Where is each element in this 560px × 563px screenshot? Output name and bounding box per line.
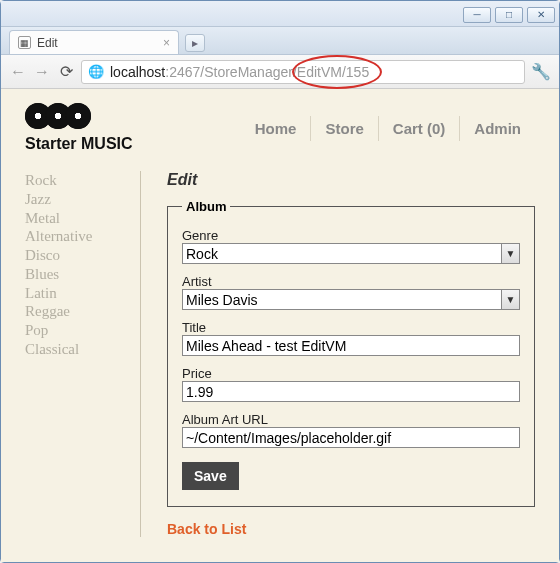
- vinyl-disc-icon: [65, 103, 91, 129]
- chevron-down-icon[interactable]: ▼: [501, 244, 519, 263]
- nav-cart[interactable]: Cart (0): [378, 116, 460, 141]
- artist-select[interactable]: Miles Davis ▼: [182, 289, 520, 310]
- window-titlebar: ─ □ ✕: [1, 1, 559, 27]
- sidebar-genre[interactable]: Latin: [25, 284, 134, 303]
- page-body: Starter MUSIC Home Store Cart (0) Admin …: [1, 89, 559, 562]
- tab-close-icon[interactable]: ×: [163, 36, 170, 50]
- genre-label: Genre: [182, 228, 520, 243]
- back-to-list-link[interactable]: Back to List: [167, 521, 246, 537]
- back-icon[interactable]: ←: [9, 63, 27, 81]
- top-nav: Home Store Cart (0) Admin: [241, 116, 535, 141]
- browser-tabstrip: ▦ Edit × ▸: [1, 27, 559, 55]
- sidebar-genre[interactable]: Alternative: [25, 227, 134, 246]
- settings-wrench-icon[interactable]: 🔧: [531, 62, 551, 81]
- sidebar-genre[interactable]: Metal: [25, 209, 134, 228]
- url-path: :2467/StoreManager/EditVM/155: [165, 64, 369, 80]
- page-title: Edit: [167, 171, 535, 189]
- album-fieldset: Album Genre Rock ▼ Artist Miles Davis ▼: [167, 199, 535, 507]
- price-input[interactable]: [182, 381, 520, 402]
- site-logo: [25, 103, 133, 129]
- nav-admin[interactable]: Admin: [459, 116, 535, 141]
- price-label: Price: [182, 366, 520, 381]
- sidebar-genre[interactable]: Rock: [25, 171, 134, 190]
- nav-home[interactable]: Home: [241, 116, 311, 141]
- url-host: localhost: [110, 64, 165, 80]
- tab-title: Edit: [37, 36, 58, 50]
- genre-sidebar: Rock Jazz Metal Alternative Disco Blues …: [25, 171, 141, 537]
- page-favicon-icon: ▦: [18, 36, 31, 49]
- chevron-down-icon[interactable]: ▼: [501, 290, 519, 309]
- art-url-input[interactable]: [182, 427, 520, 448]
- fieldset-legend: Album: [182, 199, 230, 214]
- title-label: Title: [182, 320, 520, 335]
- artist-select-value: Miles Davis: [186, 292, 258, 308]
- sidebar-genre[interactable]: Pop: [25, 321, 134, 340]
- new-tab-button[interactable]: ▸: [185, 34, 205, 52]
- genre-select-value: Rock: [186, 246, 218, 262]
- window-minimize-button[interactable]: ─: [463, 7, 491, 23]
- sidebar-genre[interactable]: Blues: [25, 265, 134, 284]
- title-input[interactable]: [182, 335, 520, 356]
- nav-store[interactable]: Store: [310, 116, 377, 141]
- sidebar-genre[interactable]: Disco: [25, 246, 134, 265]
- save-button[interactable]: Save: [182, 462, 239, 490]
- window-close-button[interactable]: ✕: [527, 7, 555, 23]
- sidebar-genre[interactable]: Classical: [25, 340, 134, 359]
- art-url-label: Album Art URL: [182, 412, 520, 427]
- browser-window: ─ □ ✕ ▦ Edit × ▸ ← → ⟳ 🌐 localhost:2467/…: [0, 0, 560, 563]
- forward-icon[interactable]: →: [33, 63, 51, 81]
- reload-icon[interactable]: ⟳: [57, 62, 75, 81]
- sidebar-genre[interactable]: Reggae: [25, 302, 134, 321]
- browser-toolbar: ← → ⟳ 🌐 localhost:2467/StoreManager/Edit…: [1, 55, 559, 89]
- artist-label: Artist: [182, 274, 520, 289]
- site-brand: Starter MUSIC: [25, 135, 133, 153]
- window-maximize-button[interactable]: □: [495, 7, 523, 23]
- sidebar-genre[interactable]: Jazz: [25, 190, 134, 209]
- browser-tab[interactable]: ▦ Edit ×: [9, 30, 179, 54]
- main-content: Edit Album Genre Rock ▼ Artist Miles Dav: [141, 171, 535, 537]
- genre-select[interactable]: Rock ▼: [182, 243, 520, 264]
- globe-icon: 🌐: [88, 64, 104, 79]
- address-bar[interactable]: 🌐 localhost:2467/StoreManager/EditVM/155: [81, 60, 525, 84]
